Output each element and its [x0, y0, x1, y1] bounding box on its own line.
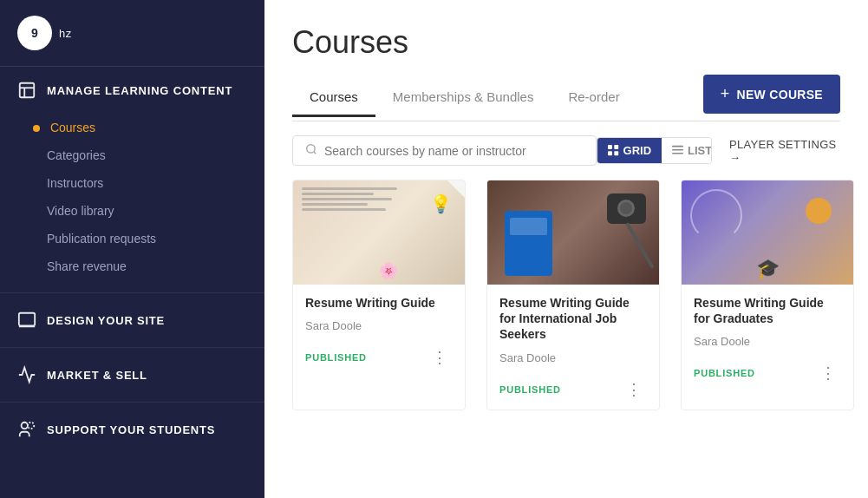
- course-thumbnail-1: 💡 🌸: [293, 180, 465, 285]
- search-box[interactable]: [292, 135, 597, 166]
- main-content: Courses Courses Memberships & Bundles Re…: [264, 0, 868, 498]
- sidebar-item-share-revenue[interactable]: Share revenue: [47, 252, 264, 280]
- tab-courses[interactable]: Courses: [292, 79, 375, 117]
- svg-rect-16: [672, 149, 683, 151]
- more-menu-button-3[interactable]: ⋮: [815, 364, 841, 383]
- section-support-students-header[interactable]: SUPPORT YOUR STUDENTS: [0, 406, 264, 453]
- svg-point-8: [28, 423, 34, 429]
- passport-icon: [505, 211, 552, 276]
- more-menu-button-2[interactable]: ⋮: [621, 380, 647, 399]
- section-manage-learning-label: MANAGE LEARNING CONTENT: [47, 84, 232, 97]
- svg-point-9: [307, 145, 315, 153]
- sidebar-item-instructors[interactable]: Instructors: [47, 169, 264, 197]
- more-menu-button-1[interactable]: ⋮: [427, 348, 453, 367]
- page-title: Courses: [292, 24, 840, 61]
- svg-point-7: [22, 423, 28, 429]
- thumb-3-content: 🎓: [682, 180, 853, 285]
- sidebar-item-video-library[interactable]: Video library: [47, 197, 264, 225]
- status-badge-2: PUBLISHED: [499, 384, 561, 395]
- svg-rect-3: [19, 313, 35, 326]
- section-market-sell: MARKET & SELL: [0, 351, 264, 398]
- new-course-label: NEW COURSE: [737, 88, 823, 102]
- list-view-button[interactable]: LIST: [662, 138, 712, 163]
- thumb-text-block: [302, 187, 421, 213]
- crowd-icon: 🎓: [756, 258, 780, 280]
- svg-rect-11: [608, 145, 612, 149]
- camera-icon: [607, 193, 646, 224]
- course-card-1[interactable]: 💡 🌸 Resume Writing Guide Sara Doole PUBL…: [292, 180, 466, 410]
- course-author-3: Sara Doole: [694, 335, 841, 348]
- course-info-2: Resume Writing Guide for International J…: [487, 285, 659, 364]
- tabs: Courses Memberships & Bundles Re-order: [292, 79, 637, 116]
- tabs-row: Courses Memberships & Bundles Re-order +…: [292, 75, 840, 121]
- divider-3: [0, 402, 264, 403]
- sidebar-item-publication-requests[interactable]: Publication requests: [47, 225, 264, 252]
- thumb-line-5: [302, 208, 386, 211]
- player-settings-link[interactable]: PLAYER SETTINGS →: [729, 138, 840, 164]
- thumb-line-2: [302, 193, 374, 195]
- main-header: Courses Courses Memberships & Bundles Re…: [264, 0, 868, 121]
- tab-reorder[interactable]: Re-order: [551, 79, 636, 117]
- course-card-3[interactable]: 🎓 Resume Writing Guide for Graduates Sar…: [681, 180, 854, 410]
- active-indicator: [33, 125, 40, 132]
- section-market-sell-label: MARKET & SELL: [47, 369, 147, 382]
- desk-lamp-icon: 💡: [430, 193, 452, 214]
- market-sell-icon: [17, 365, 36, 384]
- section-manage-learning-header[interactable]: MANAGE LEARNING CONTENT: [0, 67, 264, 114]
- course-footer-3: PUBLISHED ⋮: [682, 357, 853, 393]
- thumb-line-3: [302, 198, 392, 200]
- section-design-site-header[interactable]: DESIGN YOUR SITE: [0, 297, 264, 344]
- course-info-1: Resume Writing Guide Sara Doole: [293, 285, 465, 332]
- design-site-icon: [17, 311, 36, 330]
- logo-icon: 9: [17, 16, 52, 50]
- svg-rect-12: [614, 145, 618, 149]
- new-course-button[interactable]: + NEW COURSE: [703, 75, 840, 114]
- sun-icon: [806, 198, 832, 224]
- sidebar-item-courses[interactable]: Courses: [47, 114, 264, 141]
- search-input[interactable]: [324, 144, 584, 158]
- sidebar-item-categories[interactable]: Categories: [47, 141, 264, 169]
- course-title-3: Resume Writing Guide for Graduates: [694, 295, 841, 326]
- course-card-2[interactable]: Resume Writing Guide for International J…: [486, 180, 660, 410]
- list-icon: [672, 145, 683, 156]
- course-author-2: Sara Doole: [499, 351, 647, 364]
- manage-learning-sub-items: Courses Categories Instructors Video lib…: [0, 114, 264, 289]
- course-grid: 💡 🌸 Resume Writing Guide Sara Doole PUBL…: [264, 180, 868, 431]
- divider-1: [0, 292, 264, 293]
- plus-icon: +: [721, 85, 730, 103]
- section-support-students-label: SUPPORT YOUR STUDENTS: [47, 423, 215, 436]
- divider-2: [0, 347, 264, 348]
- thumb-1-content: 💡 🌸: [293, 180, 465, 285]
- section-support-students: SUPPORT YOUR STUDENTS: [0, 406, 264, 453]
- svg-rect-13: [608, 151, 612, 155]
- course-thumbnail-2: [487, 180, 659, 285]
- ferris-wheel-icon: [690, 189, 742, 241]
- thumb-2-content: [487, 180, 659, 285]
- course-thumbnail-3: 🎓: [682, 180, 853, 285]
- status-badge-1: PUBLISHED: [305, 352, 367, 363]
- course-footer-1: PUBLISHED ⋮: [293, 341, 465, 377]
- view-controls: GRID LIST PLAYER SETTINGS →: [597, 137, 840, 164]
- sidebar: 9 hz MANAGE LEARNING CONTENT Courses Cat…: [0, 0, 264, 498]
- status-badge-3: PUBLISHED: [694, 368, 755, 378]
- svg-line-10: [314, 152, 317, 154]
- view-btn-group: GRID LIST: [597, 137, 713, 164]
- tab-memberships[interactable]: Memberships & Bundles: [375, 79, 551, 117]
- flowers-icon: 🌸: [379, 261, 398, 280]
- svg-rect-15: [672, 146, 683, 147]
- section-market-sell-header[interactable]: MARKET & SELL: [0, 351, 264, 398]
- section-design-site: DESIGN YOUR SITE: [0, 297, 264, 344]
- section-design-site-label: DESIGN YOUR SITE: [47, 314, 165, 327]
- section-manage-learning: MANAGE LEARNING CONTENT Courses Categori…: [0, 67, 264, 289]
- grid-icon: [608, 145, 619, 156]
- camera-lens: [617, 200, 635, 217]
- course-info-3: Resume Writing Guide for Graduates Sara …: [682, 285, 853, 348]
- course-title-2: Resume Writing Guide for International J…: [499, 295, 647, 343]
- grid-view-button[interactable]: GRID: [597, 138, 662, 163]
- sidebar-logo[interactable]: 9 hz: [0, 0, 264, 67]
- course-title-1: Resume Writing Guide: [305, 295, 453, 311]
- pen-icon: [625, 222, 654, 269]
- thumb-line-1: [302, 187, 397, 190]
- thumb-line-4: [302, 203, 368, 206]
- svg-rect-17: [672, 153, 683, 154]
